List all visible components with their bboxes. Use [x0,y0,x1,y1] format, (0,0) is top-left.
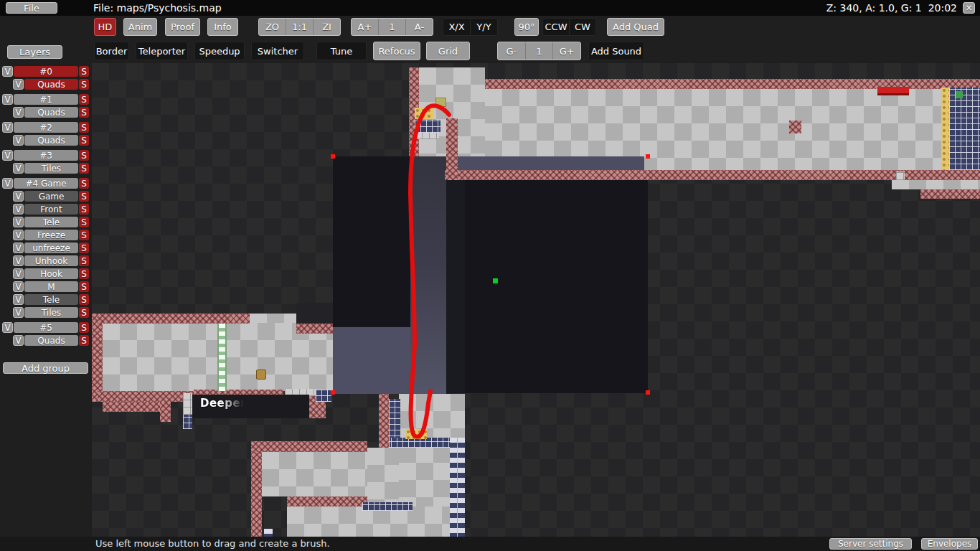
switcher-button[interactable]: Switcher [251,42,304,60]
layer-solo-toggle[interactable]: S [79,322,89,333]
layer-name[interactable]: Tiles [24,163,78,174]
layer-visibility-toggle[interactable]: V [2,66,13,77]
layer-name[interactable]: Freeze [24,230,78,240]
border-button[interactable]: Border [94,42,129,60]
layer-name[interactable]: Quads [24,79,78,90]
layer-solo-toggle[interactable]: S [79,294,89,305]
layer-solo-toggle[interactable]: S [79,307,89,318]
anim-toggle-button[interactable]: Anim [123,18,157,36]
layer-visibility-toggle[interactable]: V [13,135,24,146]
layer-solo-toggle[interactable]: S [79,178,89,189]
layer-visibility-toggle[interactable]: V [13,335,24,346]
layer-visibility-toggle[interactable]: V [13,294,24,305]
grid-decrease-button[interactable]: G- [498,42,525,60]
layer-name[interactable]: Unhook [24,255,78,266]
layer-name[interactable]: Game [24,191,78,202]
tune-button[interactable]: Tune [316,42,367,60]
layer-visibility-toggle[interactable]: V [13,255,24,266]
layer-solo-toggle[interactable]: S [79,163,89,174]
layers-button[interactable]: Layers [7,45,62,59]
layer-visibility-toggle[interactable]: V [13,204,24,215]
teleporter-button[interactable]: Teleporter [136,42,188,60]
layer-visibility-toggle[interactable]: V [13,268,24,279]
layer-name[interactable]: Quads [24,135,78,146]
layer-name[interactable]: #0 [14,66,78,77]
layer-name[interactable]: Tele [24,294,78,305]
grid-increase-button[interactable]: G+ [552,42,580,60]
layer-solo-toggle[interactable]: S [79,150,89,161]
layer-visibility-toggle[interactable]: V [13,217,24,227]
layer-name[interactable]: #4 Game [14,178,78,189]
grid-toggle-button[interactable]: Grid [426,42,470,60]
layer-name[interactable]: Quads [24,335,78,346]
zoom-reset-button[interactable]: 1:1 [286,19,313,35]
layer-name[interactable]: #3 [14,150,78,161]
layer-name[interactable]: #1 [14,94,78,105]
layer-visibility-toggle[interactable]: V [13,230,24,240]
layer-solo-toggle[interactable]: S [79,230,89,240]
layer-name[interactable]: Hook [24,268,78,279]
rotate-cw-button[interactable]: CW [569,19,595,35]
layer-solo-toggle[interactable]: S [79,94,89,105]
layer-name[interactable]: #2 [14,122,78,133]
layer-visibility-toggle[interactable]: V [2,94,13,105]
layer-name[interactable]: #5 [14,322,78,333]
layer-solo-toggle[interactable]: S [79,217,89,227]
anim-speed-up-button[interactable]: A+ [352,19,378,35]
layer-visibility-toggle[interactable]: V [13,281,24,292]
layer-name[interactable]: unfreeze [24,242,78,253]
refocus-button[interactable]: Refocus [373,42,420,60]
layer-solo-toggle[interactable]: S [79,122,89,133]
flip-x-button[interactable]: X/X [443,19,470,35]
layer-visibility-toggle[interactable]: V [2,122,13,133]
layer-visibility-toggle[interactable]: V [2,178,13,189]
rotate-angle-button[interactable]: 90° [514,18,539,36]
rotate-ccw-button[interactable]: CCW [543,19,569,35]
layer-name[interactable]: Front [24,204,78,215]
close-icon[interactable]: × [963,2,975,14]
info-toggle-button[interactable]: Info [207,18,238,36]
server-settings-button[interactable]: Server settings [829,538,912,550]
layer-visibility-toggle[interactable]: V [2,322,13,333]
layer-solo-toggle[interactable]: S [79,66,89,77]
layer-solo-toggle[interactable]: S [79,242,89,253]
envelopes-button[interactable]: Envelopes [921,538,978,550]
anim-speed-down-button[interactable]: A- [405,19,433,35]
layer-visibility-toggle[interactable]: V [13,191,24,202]
layer-solo-toggle[interactable]: S [79,135,89,146]
flip-y-button[interactable]: Y/Y [470,19,497,35]
add-quad-button[interactable]: Add Quad [607,18,664,36]
layer-solo-toggle[interactable]: S [79,335,89,346]
quad-corner-handle[interactable] [646,390,650,395]
layer-solo-toggle[interactable]: S [79,204,89,215]
layer-visibility-toggle[interactable]: V [13,242,24,253]
quad-corner-handle[interactable] [331,390,335,395]
quad-corner-handle[interactable] [646,154,650,159]
layer-solo-toggle[interactable]: S [79,191,89,202]
layer-name[interactable]: Tiles [24,307,78,318]
file-menu-button[interactable]: File [6,2,57,14]
quad-pivot[interactable] [493,278,498,283]
anim-speed-value[interactable]: 1 [378,19,405,35]
layer-solo-toggle[interactable]: S [79,255,89,266]
layer-visibility-toggle[interactable]: V [13,79,24,90]
layer-visibility-toggle[interactable]: V [13,163,24,174]
speedup-button[interactable]: Speedup [194,42,245,60]
layer-solo-toggle[interactable]: S [79,107,89,118]
add-sound-button[interactable]: Add Sound [588,42,644,60]
quad-corner-handle[interactable] [331,154,335,159]
layer-solo-toggle[interactable]: S [79,79,89,90]
zoom-in-button[interactable]: ZI [313,19,340,35]
layer-visibility-toggle[interactable]: V [2,150,13,161]
layer-name[interactable]: Quads [24,107,78,118]
grid-factor-value[interactable]: 1 [525,42,553,60]
layer-name[interactable]: M [24,281,78,292]
zoom-out-button[interactable]: ZO [259,19,286,35]
hd-toggle-button[interactable]: HD [94,18,116,36]
add-group-button[interactable]: Add group [3,362,88,374]
proof-toggle-button[interactable]: Proof [165,18,200,36]
layer-visibility-toggle[interactable]: V [13,107,24,118]
layer-name[interactable]: Tele [24,217,78,227]
layer-solo-toggle[interactable]: S [79,281,89,292]
layer-solo-toggle[interactable]: S [79,268,89,279]
